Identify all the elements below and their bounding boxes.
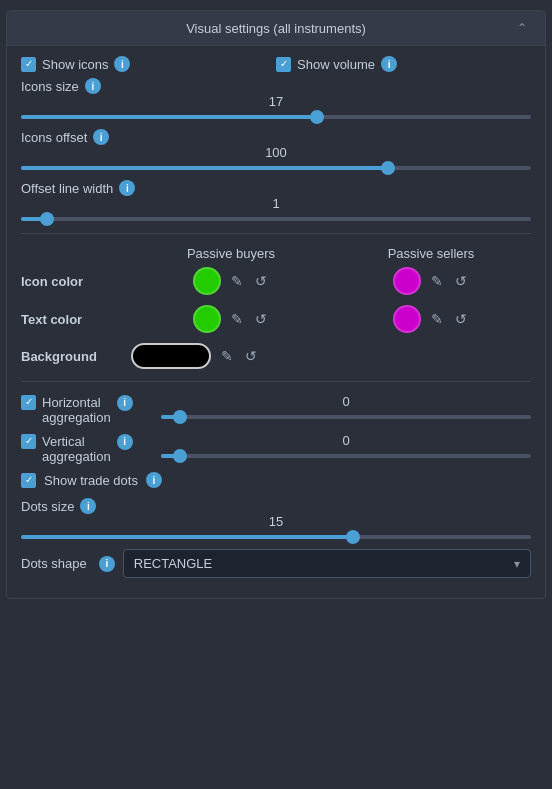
- horiz-aggregation-label-line2: aggregation: [42, 410, 111, 425]
- show-icons-label: Show icons: [42, 57, 108, 72]
- sellers-text-color-picker-btn[interactable]: ✎: [429, 309, 445, 329]
- panel-header: Visual settings (all instruments) ⌃: [7, 11, 545, 46]
- icons-offset-label: Icons offset i: [21, 129, 109, 145]
- horiz-aggregation-label-line1: Horizontal: [42, 395, 111, 410]
- color-grid-empty-header: [21, 246, 131, 261]
- dots-size-label: Dots size i: [21, 498, 96, 514]
- buyers-icon-color-swatch[interactable]: [193, 267, 221, 295]
- passive-sellers-header: Passive sellers: [331, 246, 531, 261]
- reset-icon-2: ↺: [455, 273, 467, 289]
- show-icons-checkbox-wrap: ✓ Show icons i: [21, 56, 130, 72]
- visual-settings-panel: Visual settings (all instruments) ⌃ ✓ Sh…: [6, 10, 546, 599]
- buyers-icon-color-controls: ✎ ↺: [131, 267, 331, 295]
- pencil-icon-2: ✎: [431, 273, 443, 289]
- horiz-aggregation-label-area: ✓ Horizontal aggregation i: [21, 395, 161, 425]
- sellers-icon-color-swatch[interactable]: [393, 267, 421, 295]
- icons-size-label-text: Icons size: [21, 79, 79, 94]
- icon-color-label: Icon color: [21, 274, 131, 289]
- buyers-text-color-swatch[interactable]: [193, 305, 221, 333]
- offset-line-width-label-text: Offset line width: [21, 181, 113, 196]
- show-icons-info-icon[interactable]: i: [114, 56, 130, 72]
- vert-aggregation-label-line2: aggregation: [42, 449, 111, 464]
- vert-aggregation-checkbox[interactable]: ✓: [21, 434, 36, 449]
- panel-body: ✓ Show icons i ✓ Show volume i: [7, 46, 545, 598]
- sellers-icon-color-picker-btn[interactable]: ✎: [429, 271, 445, 291]
- offset-line-width-value: 1: [21, 196, 531, 211]
- offset-line-width-track[interactable]: [21, 217, 531, 221]
- sellers-text-color-reset-btn[interactable]: ↺: [453, 309, 469, 329]
- check-icon: ✓: [25, 59, 33, 69]
- dots-size-label-text: Dots size: [21, 499, 74, 514]
- check-icon-3: ✓: [25, 397, 33, 407]
- horiz-aggregation-value: 0: [161, 394, 531, 409]
- dots-shape-value: RECTANGLE: [134, 556, 213, 571]
- buyers-text-color-reset-btn[interactable]: ↺: [253, 309, 269, 329]
- text-color-label: Text color: [21, 312, 131, 327]
- icons-size-fill: [21, 115, 317, 119]
- show-volume-info-icon[interactable]: i: [381, 56, 397, 72]
- background-color-swatch[interactable]: [131, 343, 211, 369]
- dots-shape-dropdown[interactable]: RECTANGLE ▾: [123, 549, 531, 578]
- icons-size-value: 17: [21, 94, 531, 109]
- background-color-picker-btn[interactable]: ✎: [219, 346, 235, 366]
- dots-shape-dropdown-wrapper: RECTANGLE ▾: [123, 549, 531, 578]
- background-row: Background ✎ ↺: [21, 343, 531, 369]
- offset-line-width-info-icon[interactable]: i: [119, 180, 135, 196]
- vert-aggregation-thumb[interactable]: [173, 449, 187, 463]
- icons-size-label: Icons size i: [21, 78, 101, 94]
- horiz-aggregation-label: Horizontal aggregation: [42, 395, 111, 425]
- pencil-icon-3: ✎: [231, 311, 243, 327]
- show-trade-dots-checkbox[interactable]: ✓: [21, 473, 36, 488]
- buyers-icon-color-reset-btn[interactable]: ↺: [253, 271, 269, 291]
- color-grid-headers: Passive buyers Passive sellers: [21, 246, 531, 261]
- dots-size-track[interactable]: [21, 535, 531, 539]
- icons-offset-thumb[interactable]: [381, 161, 395, 175]
- chevron-up-icon: ⌃: [517, 21, 527, 35]
- passive-buyers-header: Passive buyers: [131, 246, 331, 261]
- color-grid: Passive buyers Passive sellers Icon colo…: [21, 246, 531, 369]
- show-volume-checkbox-wrap: ✓ Show volume i: [276, 56, 397, 72]
- sellers-icon-color-controls: ✎ ↺: [331, 267, 531, 295]
- dots-size-info-icon[interactable]: i: [80, 498, 96, 514]
- reset-icon-5: ↺: [245, 348, 257, 364]
- sellers-text-color-swatch[interactable]: [393, 305, 421, 333]
- dots-shape-info-icon[interactable]: i: [99, 556, 115, 572]
- icon-color-row: Icon color ✎ ↺ ✎ ↺: [21, 267, 531, 295]
- icons-size-track[interactable]: [21, 115, 531, 119]
- divider-1: [21, 233, 531, 234]
- show-trade-dots-row: ✓ Show trade dots i: [21, 472, 531, 488]
- show-volume-checkbox[interactable]: ✓: [276, 57, 291, 72]
- horiz-aggregation-checkbox[interactable]: ✓: [21, 395, 36, 410]
- top-checkboxes-row: ✓ Show icons i ✓ Show volume i: [21, 56, 531, 72]
- dots-size-thumb[interactable]: [346, 530, 360, 544]
- pencil-icon: ✎: [231, 273, 243, 289]
- dots-size-fill: [21, 535, 353, 539]
- reset-icon-3: ↺: [255, 311, 267, 327]
- pencil-icon-5: ✎: [221, 348, 233, 364]
- icons-offset-info-icon[interactable]: i: [93, 129, 109, 145]
- icons-offset-section: Icons offset i 100: [21, 129, 531, 170]
- buyers-text-color-picker-btn[interactable]: ✎: [229, 309, 245, 329]
- background-color-reset-btn[interactable]: ↺: [243, 346, 259, 366]
- icons-offset-track[interactable]: [21, 166, 531, 170]
- dots-shape-label: Dots shape: [21, 556, 87, 571]
- icons-size-info-icon[interactable]: i: [85, 78, 101, 94]
- vert-aggregation-info-icon[interactable]: i: [117, 434, 133, 450]
- show-icons-checkbox[interactable]: ✓: [21, 57, 36, 72]
- vert-aggregation-slider-area: 0: [161, 433, 531, 464]
- dots-size-value: 15: [21, 514, 531, 529]
- offset-line-width-thumb[interactable]: [40, 212, 54, 226]
- vert-aggregation-track[interactable]: [161, 454, 531, 458]
- sellers-icon-color-reset-btn[interactable]: ↺: [453, 271, 469, 291]
- check-icon-5: ✓: [25, 475, 33, 485]
- horiz-aggregation-track[interactable]: [161, 415, 531, 419]
- horiz-aggregation-info-icon[interactable]: i: [117, 395, 133, 411]
- icons-size-thumb[interactable]: [310, 110, 324, 124]
- collapse-button[interactable]: ⌃: [513, 19, 531, 37]
- show-trade-dots-info-icon[interactable]: i: [146, 472, 162, 488]
- horiz-aggregation-thumb[interactable]: [173, 410, 187, 424]
- icons-size-section: Icons size i 17: [21, 78, 531, 119]
- buyers-icon-color-picker-btn[interactable]: ✎: [229, 271, 245, 291]
- vert-aggregation-label-area: ✓ Vertical aggregation i: [21, 434, 161, 464]
- background-controls: ✎ ↺: [131, 343, 531, 369]
